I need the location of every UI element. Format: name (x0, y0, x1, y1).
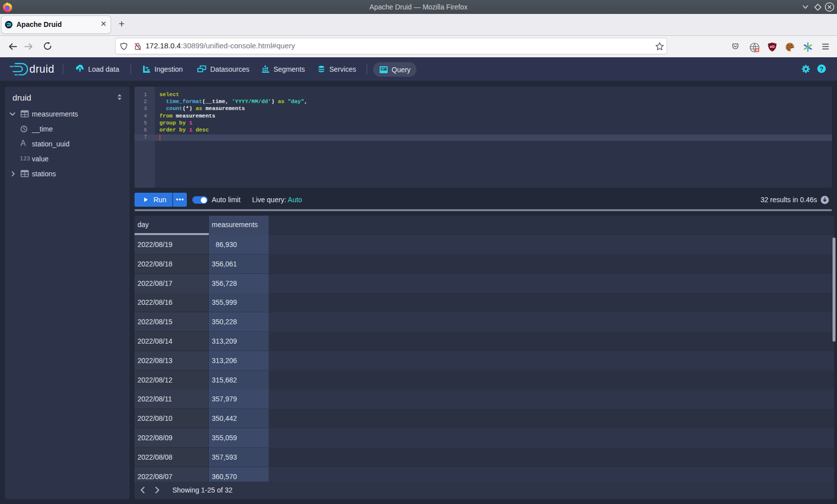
svg-text:uO: uO (770, 45, 774, 48)
svg-text:?: ? (820, 65, 824, 73)
